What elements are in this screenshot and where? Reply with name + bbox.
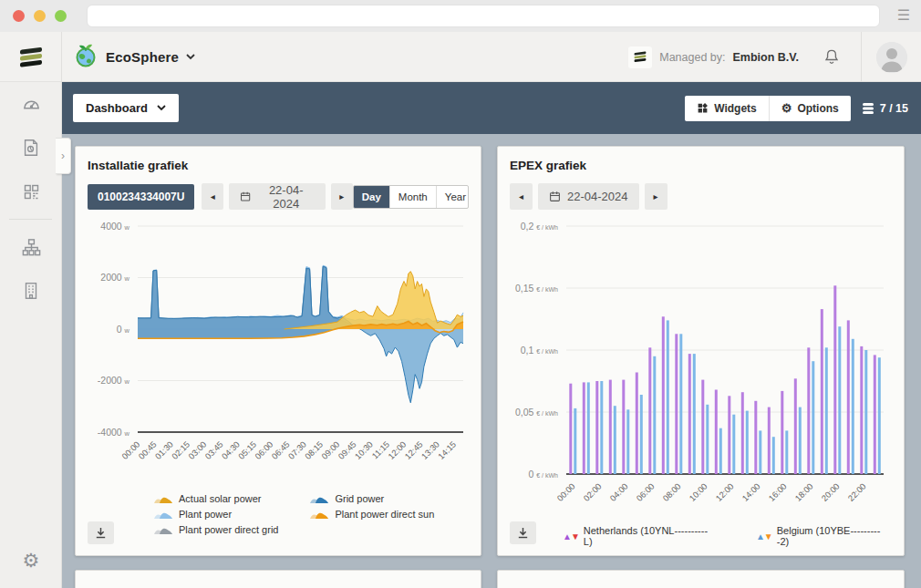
dashboard-content: Installatie grafiek 0100234334007U ◂ 22-…: [62, 134, 921, 588]
card-title: Installatie grafiek: [88, 159, 469, 172]
sitemap-icon: [21, 237, 42, 258]
widgets-grid-icon: [22, 182, 41, 201]
svg-text:18:00: 18:00: [793, 481, 815, 503]
tab-year[interactable]: Year: [436, 186, 469, 208]
svg-text:13:30: 13:30: [419, 439, 441, 461]
svg-text:00:45: 00:45: [137, 439, 159, 461]
legend-item: Plant power direct grid: [153, 521, 278, 537]
widgets-icon: [697, 102, 709, 114]
dashboard-toolbar: Dashboard Widgets ⚙ Options 7 / 15: [62, 82, 921, 134]
svg-text:12:00: 12:00: [714, 481, 736, 503]
svg-text:12:45: 12:45: [403, 439, 425, 461]
brand[interactable]: EcoSphere: [73, 32, 195, 82]
svg-text:0,15 € / kWh: 0,15 € / kWh: [515, 283, 558, 294]
svg-text:22:00: 22:00: [846, 481, 868, 503]
sidebar-item-buildings[interactable]: [0, 269, 62, 313]
widget-count: 7 / 15: [862, 102, 908, 115]
serial-number-badge[interactable]: 0100234334007U: [88, 184, 194, 210]
svg-text:2000 w: 2000 w: [100, 272, 129, 283]
notifications-bell-icon[interactable]: [823, 47, 841, 67]
embion-logo-bars: [20, 46, 42, 67]
area-swatch-icon: [153, 508, 173, 520]
epex-legend: ▲▼ Netherlands (10YNL----------L) ▲▼ Bel…: [563, 525, 892, 547]
browser-menu-icon[interactable]: ☰: [897, 7, 910, 24]
tab-month[interactable]: Month: [389, 186, 436, 208]
date-value: 22-04-2024: [567, 190, 628, 203]
sidebar-item-dashboard[interactable]: [0, 82, 62, 126]
svg-text:04:30: 04:30: [220, 439, 242, 461]
legend-item: Grid power: [309, 490, 434, 506]
date-picker-button[interactable]: 22-04-2024: [229, 183, 326, 210]
ecosphere-logo-icon: [73, 43, 98, 72]
svg-text:-2000 w: -2000 w: [98, 375, 130, 386]
svg-text:14:15: 14:15: [437, 439, 459, 461]
legend-item: Actual solar power: [153, 490, 278, 506]
maximize-window-button[interactable]: [55, 10, 67, 22]
widget-card-partial: [497, 570, 905, 588]
legend-item: ▲▼ Netherlands (10YNL----------L): [563, 525, 716, 547]
next-date-button[interactable]: ▸: [645, 183, 667, 210]
legend-item: Plant power: [153, 506, 278, 521]
legend-item: Plant power direct sun: [309, 506, 434, 521]
calendar-icon: [240, 191, 251, 202]
avatar: [876, 42, 907, 73]
sidebar-item-settings[interactable]: ⚙: [0, 550, 62, 572]
next-date-button[interactable]: ▸: [331, 183, 353, 210]
epex-chart: 0,2 € / kWh0,15 € / kWh0,1 € / kWh0,05 €…: [510, 215, 893, 516]
svg-text:-4000 w: -4000 w: [98, 427, 130, 438]
widget-card-partial: [75, 570, 481, 588]
minimize-window-button[interactable]: [34, 10, 46, 22]
svg-text:08:15: 08:15: [304, 439, 326, 461]
svg-text:01:30: 01:30: [153, 439, 175, 461]
area-swatch-icon: [153, 492, 173, 504]
dashboard-gauge-icon: [21, 94, 42, 115]
svg-text:0,1 € / kWh: 0,1 € / kWh: [521, 345, 558, 356]
card-title: EPEX grafiek: [510, 159, 892, 172]
svg-text:14:00: 14:00: [740, 481, 762, 503]
report-document-icon: [21, 138, 41, 158]
widgets-button-label: Widgets: [714, 102, 757, 115]
options-button[interactable]: ⚙ Options: [769, 96, 851, 121]
download-button[interactable]: [88, 521, 114, 544]
managed-by-value: Embion B.V.: [733, 51, 799, 64]
svg-text:03:00: 03:00: [187, 439, 209, 461]
sidebar-item-reports[interactable]: [0, 126, 62, 170]
download-button[interactable]: [510, 521, 536, 544]
download-icon: [516, 526, 530, 540]
svg-text:0,2 € / kWh: 0,2 € / kWh: [521, 221, 558, 232]
embion-logo[interactable]: [0, 32, 62, 82]
widgets-button[interactable]: Widgets: [685, 96, 769, 121]
close-window-button[interactable]: [13, 10, 25, 22]
user-menu[interactable]: [861, 32, 921, 82]
widget-count-value: 7 / 15: [880, 102, 908, 115]
previous-date-button[interactable]: ◂: [202, 183, 223, 210]
gear-icon: ⚙: [781, 102, 792, 114]
area-swatch-icon: [309, 508, 329, 520]
svg-text:02:00: 02:00: [582, 481, 604, 503]
sidebar-item-installations[interactable]: [0, 225, 62, 269]
tab-day[interactable]: Day: [354, 186, 389, 208]
svg-text:0 € / kWh: 0 € / kWh: [529, 469, 559, 480]
sidebar-item-widgets[interactable]: [0, 170, 62, 213]
previous-date-button[interactable]: ◂: [510, 183, 533, 210]
app-header: EcoSphere Managed by: Embion B.V.: [0, 32, 921, 82]
svg-text:08:00: 08:00: [661, 481, 683, 503]
url-bar[interactable]: [87, 5, 880, 27]
embion-mini-logo-icon: [628, 46, 652, 68]
calendar-icon: [549, 191, 561, 202]
dashboard-selector-button[interactable]: Dashboard: [73, 94, 179, 122]
sidebar: ⚙: [0, 82, 62, 588]
area-swatch-icon: [153, 523, 173, 535]
widget-card-installatie-grafiek: Installatie grafiek 0100234334007U ◂ 22-…: [75, 146, 481, 556]
sidebar-divider: [9, 219, 52, 220]
widget-card-epex-grafiek: EPEX grafiek ◂ 22-04-2024 ▸ 0,2 € / kWh0…: [497, 146, 905, 556]
sidebar-expander[interactable]: ›: [56, 138, 71, 174]
date-picker-button[interactable]: 22-04-2024: [538, 183, 639, 210]
svg-text:10:00: 10:00: [688, 481, 709, 503]
chevron-down-icon: [186, 54, 195, 60]
triangle-markers-icon: ▲▼: [563, 531, 579, 542]
installatie-chart: 4000 w2000 w0 w-2000 w-4000 w00:0000:450…: [88, 215, 471, 485]
stack-icon: [862, 103, 874, 114]
svg-text:12:00: 12:00: [387, 439, 409, 461]
svg-text:02:15: 02:15: [171, 439, 192, 461]
